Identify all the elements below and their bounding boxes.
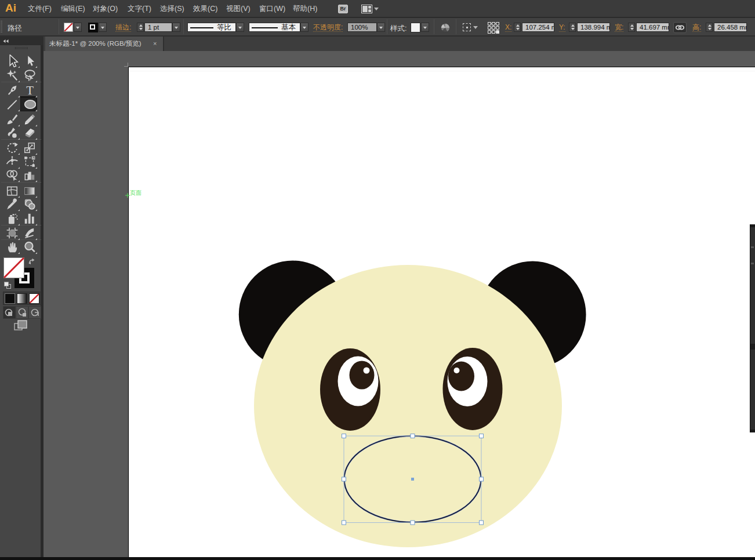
svg-text:页面: 页面 <box>130 190 141 196</box>
svg-text:T: T <box>26 84 34 97</box>
